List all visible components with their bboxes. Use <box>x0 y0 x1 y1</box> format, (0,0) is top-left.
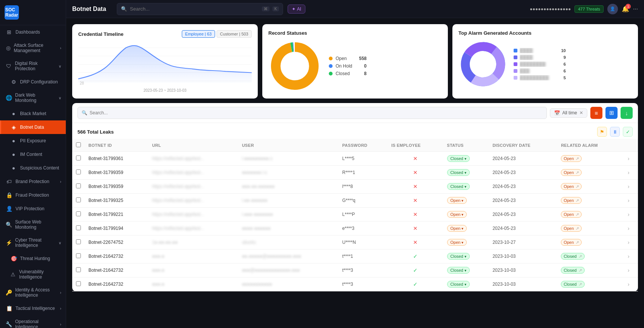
sidebar-item-digital-risk[interactable]: 🛡 Digital Risk Protection ∨ <box>0 57 66 75</box>
sidebar-item-vulnerability[interactable]: ⚠ Vulnerability Intelligence <box>0 265 66 283</box>
row-expand-cell[interactable]: › <box>624 263 638 277</box>
expand-row-icon[interactable]: › <box>628 211 630 217</box>
expand-row-icon[interactable]: › <box>628 267 630 273</box>
sidebar-item-attack-surface[interactable]: ◎ Attack Surface Management › <box>0 39 66 57</box>
row-expand-cell[interactable]: › <box>624 236 638 249</box>
expand-row-icon[interactable]: › <box>628 225 630 231</box>
tab-employee[interactable]: Employee | 63 <box>182 30 215 38</box>
row-expand-cell[interactable]: › <box>624 180 638 194</box>
ext-link-icon[interactable]: ↗ <box>576 226 579 231</box>
expand-row-icon[interactable]: › <box>628 253 630 259</box>
status-dropdown-icon[interactable]: ▾ <box>461 199 463 203</box>
ext-link-icon[interactable]: ↗ <box>579 268 582 273</box>
row-expand-cell[interactable]: › <box>624 194 638 208</box>
sidebar-item-identity-access[interactable]: 🔑 Identity & Access Intelligence › <box>0 283 66 302</box>
ext-link-icon[interactable]: ↗ <box>576 184 579 189</box>
user-avatar[interactable]: 👤 <box>607 4 618 14</box>
row-checkbox-cell[interactable] <box>72 249 85 263</box>
clear-time-icon[interactable]: ✕ <box>579 110 583 115</box>
sidebar-item-brand-protection[interactable]: 🏷 Brand Protection › <box>0 175 66 188</box>
row-checkbox[interactable] <box>76 211 81 216</box>
ext-link-icon[interactable]: ↗ <box>576 240 579 245</box>
row-checkbox-cell[interactable] <box>72 180 85 194</box>
row-checkbox[interactable] <box>76 156 81 160</box>
sidebar-item-threat-hunting[interactable]: 🎯 Threat Hunting <box>0 252 66 265</box>
sidebar-item-suspicious[interactable]: ● Suspicious Content <box>0 161 66 175</box>
notification-bell[interactable]: 🔔 1 <box>622 5 629 12</box>
ext-link-icon[interactable]: ↗ <box>576 212 579 217</box>
row-checkbox-cell[interactable] <box>72 222 85 236</box>
status-dropdown-icon[interactable]: ▾ <box>464 171 466 175</box>
status-dropdown-icon[interactable]: ▾ <box>464 282 466 286</box>
search-input[interactable] <box>130 6 259 12</box>
table-search-input[interactable] <box>90 110 543 115</box>
sidebar-item-cyber-threat[interactable]: ⚡ Cyber Threat Intelligence ∨ <box>0 234 66 252</box>
sidebar-item-im-content[interactable]: ● IM Content <box>0 148 66 161</box>
row-checkbox[interactable] <box>76 183 81 188</box>
sidebar-item-botnet-data[interactable]: ◈ Botnet Data <box>0 120 66 134</box>
expand-row-icon[interactable]: › <box>628 169 630 176</box>
ai-button[interactable]: ✦ AI <box>288 5 305 14</box>
ext-link-icon[interactable]: ↗ <box>576 198 579 203</box>
row-checkbox-cell[interactable] <box>72 263 85 277</box>
sidebar-item-fraud-protection[interactable]: 🔒 Fraud Protection <box>0 188 66 202</box>
row-expand-cell[interactable]: › <box>624 222 638 236</box>
expand-row-icon[interactable]: › <box>628 183 630 189</box>
status-dropdown-icon[interactable]: ▾ <box>464 254 466 259</box>
row-expand-cell[interactable]: › <box>624 277 638 291</box>
time-filter[interactable]: 📅 All time ✕ <box>550 108 587 118</box>
status-dropdown-icon[interactable]: ▾ <box>461 213 463 217</box>
pause-btn[interactable]: ⏸ <box>610 127 620 137</box>
sidebar-item-black-market[interactable]: ● Black Market <box>0 107 66 120</box>
select-all-checkbox[interactable] <box>76 142 81 147</box>
status-dropdown-icon[interactable]: ▾ <box>461 240 463 245</box>
row-expand-cell[interactable]: › <box>624 166 638 180</box>
expand-row-icon[interactable]: › <box>628 156 630 162</box>
sidebar-item-surface-web[interactable]: 🔍 Surface Web Monitoring <box>0 216 66 234</box>
sidebar-item-dark-web[interactable]: 🌐 Dark Web Monitoring ∨ <box>0 89 66 107</box>
expand-row-icon[interactable]: › <box>628 281 630 287</box>
row-checkbox-cell[interactable] <box>72 236 85 249</box>
tab-customer[interactable]: Customer | 503 <box>217 30 252 38</box>
more-menu-btn[interactable]: ⋯ <box>633 6 638 12</box>
row-checkbox[interactable] <box>76 225 81 230</box>
row-checkbox[interactable] <box>76 197 81 202</box>
ext-link-icon[interactable]: ↗ <box>579 282 582 286</box>
row-checkbox-cell[interactable] <box>72 277 85 291</box>
sidebar-item-dashboards[interactable]: ⊞ Dashboards <box>0 25 66 39</box>
sidebar-item-pii-exposure[interactable]: ● PII Exposure <box>0 134 66 148</box>
row-checkbox[interactable] <box>76 267 81 272</box>
expand-row-icon[interactable]: › <box>628 197 630 203</box>
select-all-header[interactable] <box>72 139 85 152</box>
row-checkbox[interactable] <box>76 253 81 258</box>
row-checkbox-cell[interactable] <box>72 152 85 166</box>
status-dropdown-icon[interactable]: ▾ <box>464 157 466 161</box>
filter-button[interactable]: ≡ <box>590 107 602 119</box>
table-search-box[interactable]: 🔍 <box>77 107 547 119</box>
sidebar-item-drp-config[interactable]: ⚙ DRP Configuration <box>0 75 66 89</box>
row-expand-cell[interactable]: › <box>624 152 638 166</box>
status-dropdown-icon[interactable]: ▾ <box>461 226 463 231</box>
row-checkbox[interactable] <box>76 239 81 244</box>
ext-link-icon[interactable]: ↗ <box>576 170 579 175</box>
expand-row-icon[interactable]: › <box>628 239 630 245</box>
sidebar-item-operational[interactable]: 🔧 Operational Intelligence › <box>0 315 66 328</box>
row-expand-cell[interactable]: › <box>624 249 638 263</box>
row-expand-cell[interactable]: › <box>624 208 638 222</box>
row-checkbox-cell[interactable] <box>72 166 85 180</box>
row-checkbox[interactable] <box>76 281 81 286</box>
status-dropdown-icon[interactable]: ▾ <box>464 185 466 189</box>
row-checkbox-cell[interactable] <box>72 208 85 222</box>
ext-link-icon[interactable]: ↗ <box>576 156 579 161</box>
sidebar-item-vip-protection[interactable]: 👤 VIP Protection <box>0 202 66 216</box>
global-search[interactable]: 🔍 ⌘ K <box>117 3 283 15</box>
export-button[interactable]: ↓ <box>621 107 633 119</box>
ext-link-icon[interactable]: ↗ <box>579 254 582 259</box>
sidebar-item-tactical[interactable]: 📋 Tactical Intelligence › <box>0 302 66 315</box>
columns-button[interactable]: ⊞ <box>605 107 618 119</box>
check-btn[interactable]: ✓ <box>623 127 633 137</box>
row-checkbox[interactable] <box>76 169 81 174</box>
flag-filter-btn[interactable]: ⚑ <box>597 127 607 137</box>
status-dropdown-icon[interactable]: ▾ <box>464 268 466 273</box>
row-checkbox-cell[interactable] <box>72 194 85 208</box>
